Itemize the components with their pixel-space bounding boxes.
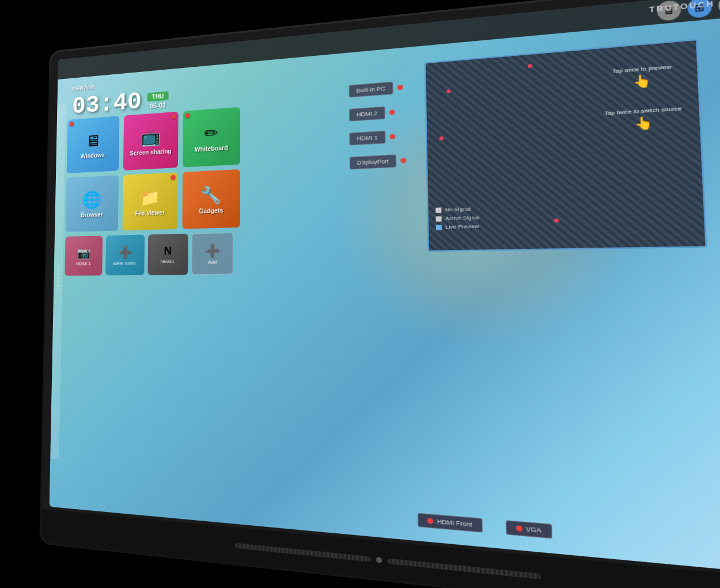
- preview-dot-3: [439, 136, 444, 140]
- speaker-grille-left: [235, 543, 370, 562]
- app-tile-whiteboard[interactable]: ✏ Whiteboard: [183, 107, 240, 167]
- hdmi1-dot: [389, 134, 395, 139]
- hdmi2-btn[interactable]: HDMI 2: [349, 106, 385, 121]
- source-list: Built-in PC HDMI 2 HDMI 1 DisplayPort: [349, 80, 407, 169]
- newline-label: NewLi.: [161, 259, 175, 264]
- screen: TRUTOUCH 🖥 ⊞ ⚙ ✕ CHANNEL newline 03:40 T…: [50, 0, 720, 578]
- add-icon: ➕: [204, 242, 220, 257]
- source-hdmi2: HDMI 2: [349, 105, 406, 122]
- app-tile-browser[interactable]: 🌐 Browser: [66, 175, 119, 232]
- add-label: Add: [208, 259, 217, 264]
- app-newline[interactable]: N NewLi.: [147, 233, 188, 275]
- displayport-dot: [400, 157, 406, 162]
- date-badge: THU 05-02: [147, 91, 169, 109]
- bottom-sources: HDMI Front VGA: [418, 513, 552, 538]
- app-tile-windows[interactable]: 🖥 Windows: [67, 116, 120, 173]
- app-tile-gadgets[interactable]: 🔧 Gadgets: [182, 169, 240, 229]
- pin-sharing-tr: [171, 114, 176, 119]
- hand-tap-icon: 👆: [612, 71, 672, 90]
- fileviewer-label: File viewer: [135, 208, 164, 216]
- app-tile-screen-sharing[interactable]: 📺 Screen sharing: [123, 111, 179, 170]
- built-in-pc-btn[interactable]: Built-in PC: [349, 81, 393, 97]
- monitor-body: TRUTOUCH 🖥 ⊞ ⚙ ✕ CHANNEL newline 03:40 T…: [41, 0, 720, 588]
- app-wline-assist[interactable]: ➕ wline assis.: [105, 234, 145, 275]
- legend-live-preview: Live Preview: [436, 223, 480, 230]
- browser-label: Browser: [81, 211, 103, 218]
- pin-fileviewer-tr: [171, 174, 176, 180]
- sharing-icon: 📺: [141, 126, 161, 147]
- preview-dot-2: [528, 64, 533, 69]
- legend-dot-active-signal: [435, 215, 441, 221]
- app-row: 📷 HDMI 1 ➕ wline assis. N NewLi. ➕ Add: [65, 232, 233, 275]
- built-in-pc-dot: [397, 84, 403, 90]
- hand-switch-icon: 👆: [604, 113, 683, 133]
- hdmi-front-btn[interactable]: HDMI Front: [418, 513, 482, 532]
- preview-panel[interactable]: Tap once to preview 👆 Tap twice to switc…: [425, 39, 707, 252]
- app-hdmi1[interactable]: 📷 HDMI 1: [65, 236, 103, 276]
- sharing-label: Screen sharing: [130, 147, 171, 156]
- hdmi-front-dot: [427, 518, 433, 524]
- windows-label: Windows: [81, 151, 105, 159]
- pin-windows-tl: [70, 122, 74, 126]
- date-label: 05-02: [150, 101, 166, 109]
- legend-active-signal: Active Signal: [435, 214, 479, 222]
- source-built-in-pc: Built-in PC: [349, 80, 406, 97]
- legend-dot-no-signal: [435, 207, 441, 213]
- legend-no-signal: No Signal: [435, 206, 479, 213]
- legend: No Signal Active Signal Live Preview: [435, 206, 480, 230]
- hdmi1-label: HDMI 1: [76, 260, 91, 265]
- preview-bg: Tap once to preview 👆 Tap twice to switc…: [426, 40, 705, 251]
- browser-icon: 🌐: [82, 189, 102, 209]
- hdmi1-source-btn[interactable]: HDMI 1: [349, 130, 385, 145]
- channel-strip: CHANNEL: [50, 103, 66, 459]
- app-add[interactable]: ➕ Add: [191, 232, 233, 274]
- wline-icon: ➕: [118, 244, 132, 259]
- source-hdmi1: HDMI 1: [349, 129, 406, 145]
- speaker-grille-right: [388, 557, 540, 579]
- monitor-outer: TRUTOUCH 🖥 ⊞ ⚙ ✕ CHANNEL newline 03:40 T…: [29, 29, 691, 559]
- preview-dot-bottom: [554, 218, 559, 222]
- source-displayport: DisplayPort: [350, 154, 407, 169]
- windows-icon: 🖥: [85, 130, 101, 150]
- day-label: THU: [147, 91, 169, 101]
- vga-dot: [516, 525, 522, 532]
- fileviewer-icon: 📁: [140, 187, 160, 207]
- preview-dot-1: [446, 89, 450, 93]
- hdmi2-dot: [389, 109, 395, 115]
- center-dot: [376, 556, 382, 563]
- vga-btn[interactable]: VGA: [505, 520, 552, 538]
- legend-dot-live-preview: [436, 224, 442, 229]
- wline-label: wline assis.: [113, 260, 137, 265]
- app-grid: 🖥 Windows 📺 Screen sharing ✏ Whiteboard …: [66, 107, 240, 232]
- newline-icon: N: [164, 245, 172, 257]
- app-tile-file-viewer[interactable]: 📁 File viewer: [123, 172, 178, 230]
- whiteboard-label: Whiteboard: [195, 144, 228, 153]
- preview-tap-twice-text: Tap twice to switch source 👆: [604, 105, 683, 132]
- source-panel: Built-in PC HDMI 2 HDMI 1 DisplayPort: [349, 80, 407, 169]
- gadgets-label: Gadgets: [199, 207, 223, 214]
- hdmi1-icon: 📷: [77, 245, 90, 260]
- gadgets-icon: 🔧: [200, 184, 222, 205]
- displayport-btn[interactable]: DisplayPort: [350, 154, 396, 169]
- pin-whiteboard-tl: [185, 113, 190, 118]
- whiteboard-icon: ✏: [204, 122, 218, 143]
- preview-tap-once-text: Tap once to preview 👆: [612, 63, 672, 91]
